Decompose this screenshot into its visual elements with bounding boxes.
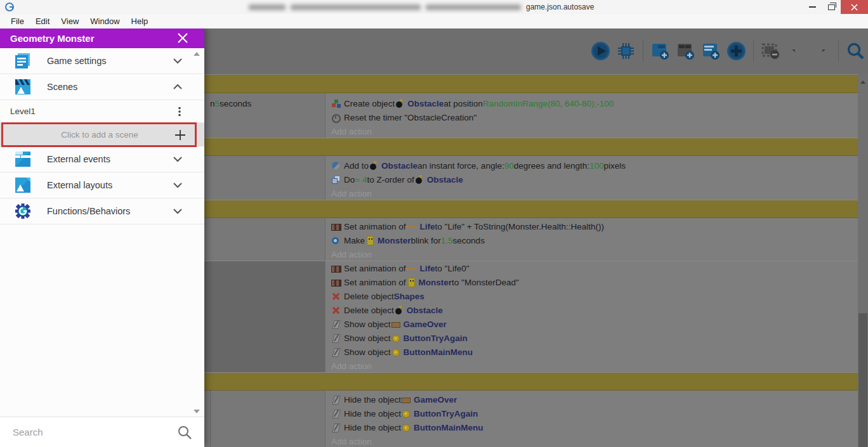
add-more-icon[interactable] [727, 41, 746, 61]
delete-icon [331, 306, 341, 315]
condition-row[interactable]: n 5 seconds [206, 96, 325, 110]
object-link: Life [420, 222, 435, 231]
action-row[interactable]: Set animation of Monster to "MonsterDead… [327, 275, 858, 289]
restore-button[interactable] [822, 0, 841, 14]
sidebar-item-scenes[interactable]: Scenes [0, 74, 204, 100]
event[interactable]: n 5 secondsCreate object Obstacle at pos… [204, 93, 858, 138]
scroll-down-icon[interactable] [194, 410, 200, 413]
sidebar-item-game-settings[interactable]: Game settings [0, 48, 204, 74]
menu-help[interactable]: Help [126, 14, 154, 28]
action-row[interactable]: Make Monster blink for 1.5 seconds [327, 233, 858, 247]
add-action-link[interactable]: Add action [327, 359, 858, 373]
menu-view[interactable]: View [55, 14, 84, 28]
debug-icon[interactable] [616, 41, 636, 61]
add-action-link[interactable]: Add action [327, 434, 858, 447]
action-text: seconds [453, 236, 485, 245]
search-icon[interactable] [846, 41, 865, 61]
event-group-bar[interactable] [204, 75, 858, 93]
add-action-link[interactable]: Add action [327, 124, 858, 138]
toolbar-separator [753, 40, 754, 62]
action-text: Hide the object [344, 409, 401, 418]
sidebar-item-external-events[interactable]: External events [0, 146, 204, 172]
object-link: Obstacle [427, 175, 463, 185]
add-event-icon[interactable] [650, 41, 670, 61]
action-row[interactable]: Hide the object ButtonMainMenu [327, 420, 858, 434]
object-link: Obstacle [407, 99, 444, 108]
scroll-up-icon[interactable] [194, 52, 200, 56]
delete-event-icon[interactable] [761, 41, 780, 61]
undo-icon[interactable] [786, 41, 806, 61]
yellow-button-icon [401, 409, 411, 418]
action-row[interactable]: Show object ButtonMainMenu [327, 345, 858, 359]
action-row[interactable]: Set animation of Life to "Life0" [327, 261, 858, 275]
scene-item-level1[interactable]: Level1 [0, 100, 204, 123]
action-row[interactable]: Show object GameOver [327, 317, 858, 331]
action-row[interactable]: Reset the timer "ObstacleCreation" [327, 110, 858, 124]
action-row[interactable]: Create object Obstacle at position Rando… [327, 96, 858, 110]
minimize-icon [809, 6, 816, 8]
actions-column: Add to Obstacle an instant force, angle:… [327, 159, 858, 200]
conditions-column[interactable] [204, 391, 326, 447]
sidebar-item-functions-behaviors[interactable]: Functions/Behaviors [0, 198, 204, 224]
search-icon[interactable] [176, 424, 193, 441]
menu-window[interactable]: Window [84, 14, 125, 28]
event-group-bar[interactable] [204, 373, 858, 391]
add-action-link[interactable]: Add action [327, 186, 858, 200]
conditions-column[interactable] [204, 156, 326, 200]
sidebar-item-label: Functions/Behaviors [47, 206, 170, 216]
action-row[interactable]: Set animation of Life to "Life" + ToStri… [327, 219, 858, 233]
visibility-icon [331, 423, 341, 432]
close-window-button[interactable] [841, 0, 868, 14]
event-group-bar[interactable] [204, 138, 858, 156]
visibility-icon [331, 347, 341, 357]
minimize-button[interactable] [803, 0, 822, 14]
conditions-column[interactable] [204, 218, 326, 261]
window-title-text: game.json.autosave [526, 3, 594, 11]
event-group-bar[interactable] [204, 200, 858, 218]
sub-event[interactable]: Set animation of Life to "Life0"Set anim… [204, 261, 858, 373]
action-row[interactable]: Delete object Obstacle [327, 303, 858, 317]
redacted-title-segment [249, 4, 286, 10]
add-comment-icon[interactable] [701, 41, 721, 61]
action-row[interactable]: Add to Obstacle an instant force, angle:… [327, 159, 858, 172]
external-layouts-icon [13, 176, 32, 195]
event[interactable]: Add to Obstacle an instant force, angle:… [204, 156, 858, 200]
game-over-icon [391, 320, 401, 329]
gdevelop-logo-icon [4, 2, 15, 12]
add-scene-button[interactable]: Click to add a scene [0, 123, 204, 146]
drawer-header: Geometry Monster [0, 28, 204, 48]
action-row[interactable]: Show object ButtonTryAgain [327, 331, 858, 345]
conditions-column[interactable] [204, 261, 326, 372]
event[interactable]: Set animation of Life to "Life" + ToStri… [204, 218, 858, 261]
action-text: Add action [331, 250, 372, 259]
kebab-menu-icon[interactable] [174, 106, 185, 117]
close-icon[interactable] [176, 32, 189, 44]
action-row[interactable]: Hide the object ButtonTryAgain [327, 406, 858, 420]
scroll-up-icon[interactable] [860, 81, 865, 84]
action-text: an instant force, angle: [418, 161, 504, 171]
actions-column: Hide the object GameOverHide the object … [327, 392, 858, 447]
conditions-column[interactable]: n 5 seconds [204, 93, 326, 138]
action-text: Add to [344, 161, 369, 171]
menu-bar: File Edit View Window Help [0, 14, 868, 29]
add-subevent-icon[interactable] [676, 41, 695, 61]
menu-file[interactable]: File [5, 14, 30, 28]
monster-icon [406, 278, 416, 287]
events-scrollbar[interactable] [858, 74, 868, 447]
action-text: Add action [331, 189, 372, 198]
event[interactable]: Hide the object GameOverHide the object … [204, 391, 858, 447]
play-icon[interactable] [591, 41, 610, 61]
scrollbar-thumb[interactable] [858, 313, 867, 447]
redo-icon[interactable] [812, 41, 831, 61]
action-row[interactable]: Hide the object GameOver [327, 392, 858, 406]
action-text: degrees and length: [514, 161, 589, 171]
action-row[interactable]: Delete object Shapes [327, 289, 858, 303]
menu-edit[interactable]: Edit [30, 14, 55, 28]
obstacle-icon [395, 99, 405, 108]
action-row[interactable]: Do = 4 to Z-order of Obstacle [327, 172, 858, 186]
add-action-link[interactable]: Add action [327, 247, 858, 261]
sidebar-item-external-layouts[interactable]: External layouts [0, 172, 204, 198]
obstacle-icon [394, 306, 404, 315]
search-input[interactable] [0, 426, 176, 438]
redacted-title-segment [426, 4, 521, 10]
